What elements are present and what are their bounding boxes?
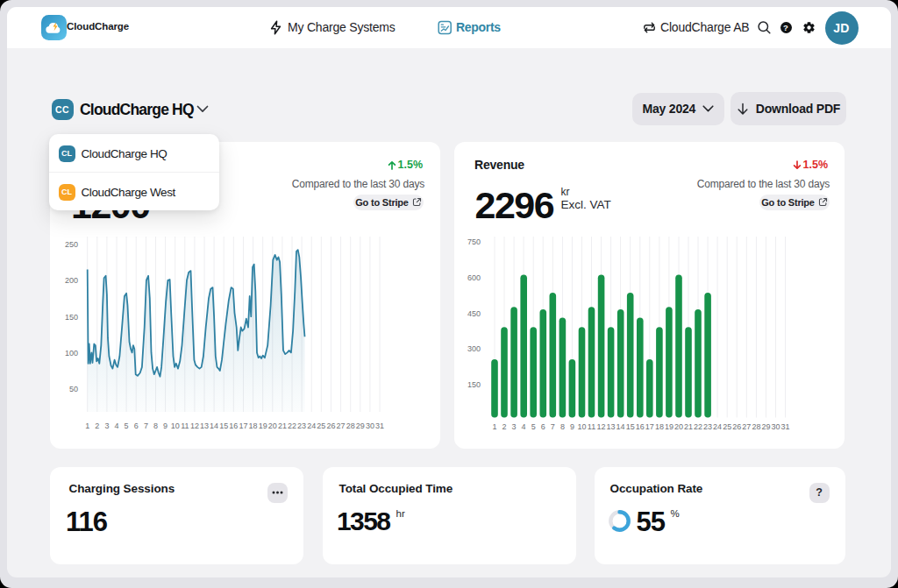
svg-text:27: 27 bbox=[337, 422, 346, 430]
svg-text:31: 31 bbox=[375, 422, 384, 430]
svg-text:4: 4 bbox=[114, 422, 118, 430]
svg-text:26: 26 bbox=[326, 422, 335, 430]
svg-text:3: 3 bbox=[104, 422, 109, 430]
svg-text:18: 18 bbox=[249, 422, 258, 430]
svg-text:8: 8 bbox=[560, 422, 565, 431]
svg-text:23: 23 bbox=[297, 422, 306, 430]
svg-text:7: 7 bbox=[551, 422, 555, 431]
svg-text:250: 250 bbox=[65, 240, 78, 249]
svg-text:750: 750 bbox=[467, 237, 481, 246]
svg-text:15: 15 bbox=[219, 422, 228, 430]
svg-text:31: 31 bbox=[780, 422, 789, 431]
svg-text:15: 15 bbox=[626, 422, 635, 431]
svg-text:25: 25 bbox=[723, 422, 731, 431]
svg-text:25: 25 bbox=[317, 422, 325, 430]
svg-text:28: 28 bbox=[752, 422, 760, 431]
svg-text:26: 26 bbox=[732, 422, 741, 431]
svg-text:6: 6 bbox=[541, 422, 545, 431]
svg-text:23: 23 bbox=[703, 422, 712, 431]
svg-text:14: 14 bbox=[616, 422, 625, 431]
svg-text:5: 5 bbox=[125, 422, 129, 430]
svg-text:19: 19 bbox=[259, 422, 267, 430]
svg-text:30: 30 bbox=[366, 422, 374, 430]
svg-text:17: 17 bbox=[645, 422, 654, 431]
svg-text:29: 29 bbox=[356, 422, 365, 430]
svg-text:3: 3 bbox=[512, 422, 517, 431]
svg-text:18: 18 bbox=[655, 422, 664, 431]
svg-text:9: 9 bbox=[570, 422, 574, 431]
svg-text:9: 9 bbox=[163, 422, 167, 430]
svg-text:12: 12 bbox=[596, 422, 605, 431]
svg-text:28: 28 bbox=[346, 422, 355, 430]
svg-text:300: 300 bbox=[467, 344, 481, 353]
svg-text:200: 200 bbox=[65, 276, 78, 285]
svg-text:17: 17 bbox=[239, 422, 247, 430]
svg-text:14: 14 bbox=[210, 422, 218, 430]
svg-text:13: 13 bbox=[607, 422, 616, 431]
svg-text:22: 22 bbox=[288, 422, 296, 430]
svg-text:13: 13 bbox=[200, 422, 209, 430]
svg-text:2: 2 bbox=[502, 422, 506, 431]
svg-text:2: 2 bbox=[95, 422, 99, 430]
svg-text:100: 100 bbox=[65, 349, 78, 358]
svg-text:150: 150 bbox=[65, 313, 78, 322]
svg-text:20: 20 bbox=[268, 422, 277, 430]
svg-text:21: 21 bbox=[278, 422, 287, 430]
svg-text:21: 21 bbox=[684, 422, 693, 431]
svg-text:11: 11 bbox=[588, 422, 595, 431]
svg-text:4: 4 bbox=[522, 422, 526, 431]
svg-text:1: 1 bbox=[85, 422, 89, 430]
svg-text:16: 16 bbox=[636, 422, 645, 431]
svg-text:22: 22 bbox=[694, 422, 702, 431]
svg-text:600: 600 bbox=[467, 273, 481, 282]
svg-text:150: 150 bbox=[467, 380, 481, 389]
svg-text:50: 50 bbox=[69, 385, 78, 393]
svg-text:20: 20 bbox=[674, 422, 683, 431]
svg-text:16: 16 bbox=[229, 422, 238, 430]
svg-text:30: 30 bbox=[771, 422, 780, 431]
svg-text:27: 27 bbox=[742, 422, 751, 431]
svg-text:5: 5 bbox=[531, 422, 536, 431]
svg-text:19: 19 bbox=[665, 422, 674, 431]
svg-text:24: 24 bbox=[307, 422, 316, 430]
svg-text:12: 12 bbox=[190, 422, 199, 430]
svg-text:1: 1 bbox=[492, 422, 496, 431]
svg-text:11: 11 bbox=[181, 422, 189, 430]
svg-text:10: 10 bbox=[577, 422, 586, 431]
svg-text:8: 8 bbox=[153, 422, 158, 430]
svg-text:24: 24 bbox=[713, 422, 722, 431]
svg-text:7: 7 bbox=[144, 422, 148, 430]
svg-text:10: 10 bbox=[171, 422, 180, 430]
svg-text:6: 6 bbox=[134, 422, 139, 430]
svg-text:29: 29 bbox=[761, 422, 770, 431]
svg-text:450: 450 bbox=[467, 309, 481, 318]
